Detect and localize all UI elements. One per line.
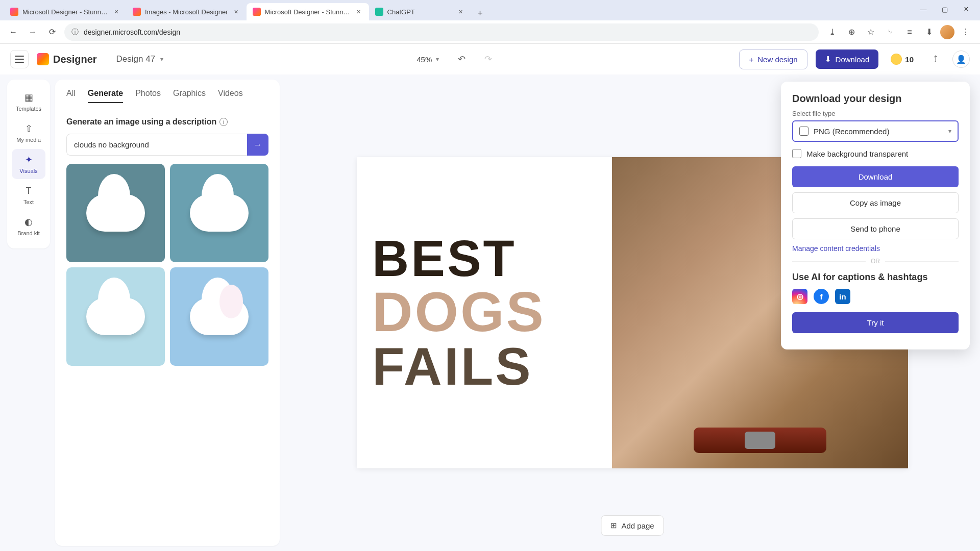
tab-graphics[interactable]: Graphics <box>173 89 206 103</box>
cloud-icon <box>86 298 145 335</box>
reading-list-icon[interactable]: ≡ <box>901 24 918 40</box>
downloads-icon[interactable]: ⬇ <box>921 24 937 40</box>
credits-counter[interactable]: 10 <box>887 54 918 65</box>
close-icon[interactable]: × <box>112 8 120 16</box>
forward-button[interactable]: → <box>26 25 40 39</box>
download-button[interactable]: ⬇ Download <box>816 49 879 69</box>
design-name-text: Design 47 <box>116 54 156 64</box>
result-thumb-1[interactable] <box>170 164 268 262</box>
rail-text[interactable]: T Text <box>12 180 45 210</box>
favicon-icon <box>133 8 141 16</box>
send-to-phone-button[interactable]: Send to phone <box>792 218 959 239</box>
browser-tab-0[interactable]: Microsoft Designer - Stunning × <box>4 3 127 20</box>
info-icon[interactable]: i <box>219 118 228 126</box>
logo[interactable]: Designer <box>37 53 97 65</box>
hamburger-menu[interactable] <box>10 50 29 68</box>
coin-icon <box>891 54 902 65</box>
close-icon[interactable]: × <box>457 8 465 16</box>
credits-value: 10 <box>905 55 914 64</box>
cloud-icon <box>86 194 145 232</box>
popover-title: Download your design <box>792 93 959 105</box>
file-type-select[interactable]: PNG (Recommended) ▾ <box>792 120 959 142</box>
canvas-area[interactable]: BEST DOGS FAILS ⊞ Add page Download your… <box>285 74 980 551</box>
generate-submit-button[interactable]: → <box>247 134 268 156</box>
more-icon[interactable]: ⋮ <box>958 24 974 40</box>
zoom-dropdown[interactable]: 45% ▾ <box>411 52 444 67</box>
download-icon: ⬇ <box>825 55 831 64</box>
bookmark-icon[interactable]: ☆ <box>863 24 879 40</box>
linkedin-icon[interactable]: in <box>835 289 850 304</box>
checkbox[interactable] <box>792 149 801 158</box>
result-thumb-0[interactable] <box>66 164 165 262</box>
instagram-icon[interactable]: ◎ <box>792 289 807 304</box>
tab-generate[interactable]: Generate <box>88 89 123 103</box>
transparent-checkbox-row[interactable]: Make background transparent <box>792 149 959 158</box>
zoom-value: 45% <box>416 55 432 64</box>
tab-all[interactable]: All <box>66 89 76 103</box>
user-menu[interactable]: 👤 <box>952 51 970 68</box>
facebook-icon[interactable]: f <box>814 289 829 304</box>
close-icon[interactable]: × <box>232 8 240 16</box>
result-thumb-3[interactable] <box>170 267 268 366</box>
minimize-button[interactable]: — <box>914 2 933 16</box>
text-icon: T <box>23 185 34 196</box>
install-app-icon[interactable]: ⤓ <box>824 24 840 40</box>
tab-title: Microsoft Designer - Stunning <box>265 8 351 16</box>
new-tab-button[interactable]: + <box>473 6 487 20</box>
reload-button[interactable]: ⟳ <box>45 25 59 39</box>
chevron-down-icon: ▾ <box>160 56 163 63</box>
share-button[interactable]: ⤴ <box>926 50 944 68</box>
canvas-text-block[interactable]: BEST DOGS FAILS <box>357 157 612 468</box>
prompt-row: → <box>66 134 268 156</box>
new-design-label: New design <box>757 55 797 64</box>
window-controls: — ▢ × <box>914 2 976 20</box>
result-thumb-2[interactable] <box>66 267 165 366</box>
site-info-icon[interactable]: ⓘ <box>71 28 79 37</box>
redo-button[interactable]: ↷ <box>479 50 497 68</box>
copy-as-image-button[interactable]: Copy as image <box>792 192 959 213</box>
browser-tab-2[interactable]: Microsoft Designer - Stunning × <box>247 3 369 20</box>
try-it-button[interactable]: Try it <box>792 312 959 333</box>
popover-download-button[interactable]: Download <box>792 166 959 187</box>
tab-title: ChatGPT <box>387 8 453 16</box>
file-type-value: PNG (Recommended) <box>814 127 889 136</box>
add-page-label: Add page <box>621 521 654 530</box>
browser-tab-1[interactable]: Images - Microsoft Designer × <box>127 3 247 20</box>
back-button[interactable]: ← <box>6 25 20 39</box>
visuals-icon: ✦ <box>23 154 34 165</box>
tab-title: Images - Microsoft Designer <box>145 8 228 16</box>
canvas-word-2[interactable]: FAILS <box>372 340 612 393</box>
browser-tabstrip: Microsoft Designer - Stunning × Images -… <box>0 0 980 20</box>
add-page-button[interactable]: ⊞ Add page <box>601 515 664 536</box>
rail-label: Templates <box>16 106 41 112</box>
new-design-button[interactable]: + New design <box>739 49 807 69</box>
close-window-button[interactable]: × <box>957 2 976 16</box>
plus-square-icon: ⊞ <box>610 521 617 530</box>
address-bar[interactable]: ⓘ designer.microsoft.com/design <box>64 23 819 41</box>
profile-avatar[interactable] <box>940 25 954 39</box>
generate-title-text: Generate an image using a description <box>66 117 216 127</box>
canvas-word-1[interactable]: DOGS <box>372 284 612 340</box>
browser-tab-3[interactable]: ChatGPT × <box>369 3 471 20</box>
download-popover: Download your design Select file type PN… <box>781 82 970 349</box>
canvas-word-0[interactable]: BEST <box>372 233 612 284</box>
rail-brand-kit[interactable]: ◐ Brand kit <box>12 211 45 241</box>
tab-videos[interactable]: Videos <box>218 89 243 103</box>
rail-visuals[interactable]: ✦ Visuals <box>12 149 45 179</box>
close-icon[interactable]: × <box>355 8 363 16</box>
tab-photos[interactable]: Photos <box>135 89 161 103</box>
manage-credentials-link[interactable]: Manage content credentials <box>792 244 959 253</box>
maximize-button[interactable]: ▢ <box>935 2 954 16</box>
undo-button[interactable]: ↶ <box>452 50 471 68</box>
social-row: ◎ f in <box>792 289 959 304</box>
prompt-input[interactable] <box>66 134 247 156</box>
design-name-dropdown[interactable]: Design 47 ▾ <box>110 51 170 67</box>
download-label: Download <box>836 55 870 64</box>
extensions-icon[interactable]: ␊ <box>882 24 898 40</box>
rail-my-media[interactable]: ⇧ My media <box>12 118 45 148</box>
image-icon <box>799 127 808 136</box>
dog-buckle <box>745 432 775 449</box>
rail-templates[interactable]: ▦ Templates <box>12 87 45 117</box>
zoom-icon[interactable]: ⊕ <box>843 24 860 40</box>
ai-captions-title: Use AI for captions & hashtags <box>792 272 959 283</box>
